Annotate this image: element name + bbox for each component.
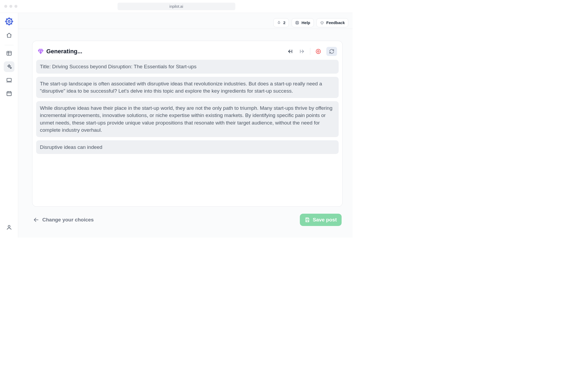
content-block[interactable]: While disruptive ideas have their place … bbox=[36, 101, 339, 137]
url-bar[interactable]: inpilot.ai bbox=[118, 3, 235, 10]
svg-line-24 bbox=[296, 23, 297, 24]
stop-button[interactable] bbox=[315, 48, 322, 55]
next-button[interactable] bbox=[298, 48, 306, 55]
sidebar-item-account[interactable] bbox=[4, 222, 14, 233]
card-header: Generating... bbox=[36, 46, 339, 60]
header-divider bbox=[310, 48, 310, 55]
svg-line-23 bbox=[298, 23, 298, 24]
generation-status: Generating... bbox=[38, 48, 82, 55]
arrow-right-from-line-icon bbox=[299, 48, 305, 54]
header-actions bbox=[286, 47, 337, 56]
feedback-button[interactable]: Feedback bbox=[316, 18, 348, 27]
svg-line-25 bbox=[298, 21, 298, 22]
sparkles-icon bbox=[6, 64, 12, 70]
block-text: Title: Driving Success beyond Disruption… bbox=[40, 64, 196, 69]
traffic-minimize[interactable] bbox=[9, 5, 12, 8]
url-text: inpilot.ai bbox=[169, 4, 183, 9]
status-text: Generating... bbox=[46, 48, 82, 55]
calendar-icon bbox=[6, 91, 12, 96]
content-block[interactable]: Disruptive ideas can indeed bbox=[36, 140, 339, 154]
feedback-label: Feedback bbox=[326, 20, 345, 25]
browser-bar: inpilot.ai bbox=[0, 0, 353, 13]
sidebar-divider bbox=[5, 45, 14, 45]
streak-count: 2 bbox=[283, 20, 285, 25]
sidebar bbox=[0, 13, 18, 238]
block-text: While disruptive ideas have their place … bbox=[40, 105, 332, 133]
save-icon bbox=[305, 217, 310, 223]
content-block[interactable]: Title: Driving Success beyond Disruption… bbox=[36, 60, 339, 74]
save-post-label: Save post bbox=[313, 217, 337, 223]
ship-wheel-icon bbox=[5, 17, 14, 26]
sidebar-item-generate[interactable] bbox=[4, 61, 14, 72]
block-text: The start-up landscape is often associat… bbox=[40, 81, 322, 94]
block-text: Disruptive ideas can indeed bbox=[40, 144, 102, 150]
generation-card: Generating... bbox=[32, 41, 343, 207]
app-logo[interactable] bbox=[4, 17, 14, 26]
svg-point-26 bbox=[316, 49, 321, 54]
traffic-zoom[interactable] bbox=[14, 5, 17, 8]
help-button[interactable]: Help bbox=[292, 18, 314, 27]
footer-row: Change your choices Save post bbox=[32, 207, 343, 226]
content-wrap: Generating... bbox=[18, 29, 353, 238]
regenerate-button[interactable] bbox=[326, 47, 337, 56]
home-icon bbox=[6, 32, 12, 38]
svg-point-1 bbox=[8, 20, 10, 22]
app-shell: 2 Help Feedback bbox=[0, 13, 353, 238]
prev-button[interactable] bbox=[286, 48, 294, 55]
sidebar-item-home[interactable] bbox=[4, 30, 14, 41]
content-block[interactable]: The start-up landscape is often associat… bbox=[36, 77, 339, 98]
svg-point-19 bbox=[8, 225, 10, 227]
svg-rect-27 bbox=[318, 51, 319, 52]
streak-pill[interactable]: 2 bbox=[273, 18, 289, 27]
heart-hands-icon bbox=[320, 21, 324, 25]
svg-line-22 bbox=[296, 21, 297, 22]
sidebar-item-table[interactable] bbox=[4, 48, 14, 59]
change-choices-button[interactable]: Change your choices bbox=[33, 217, 94, 223]
stop-circle-icon bbox=[315, 48, 321, 54]
help-label: Help bbox=[301, 20, 310, 25]
svg-rect-15 bbox=[7, 92, 11, 96]
sidebar-item-monitor[interactable] bbox=[4, 75, 14, 85]
traffic-close[interactable] bbox=[4, 5, 7, 8]
topbar: 2 Help Feedback bbox=[18, 13, 353, 29]
main-area: 2 Help Feedback bbox=[18, 13, 353, 238]
sidebar-item-calendar[interactable] bbox=[4, 88, 14, 99]
traffic-lights bbox=[4, 5, 17, 8]
save-post-button[interactable]: Save post bbox=[300, 214, 342, 226]
lifebuoy-icon bbox=[295, 21, 299, 25]
flame-icon bbox=[277, 21, 281, 25]
svg-rect-13 bbox=[7, 78, 11, 81]
monitor-icon bbox=[6, 77, 12, 83]
table-icon bbox=[6, 50, 12, 56]
arrow-left-to-line-icon bbox=[287, 48, 293, 54]
svg-rect-10 bbox=[7, 51, 11, 55]
refresh-icon bbox=[329, 49, 334, 54]
diamond-icon bbox=[38, 48, 44, 54]
change-choices-label: Change your choices bbox=[42, 217, 94, 223]
arrow-left-icon bbox=[33, 217, 39, 223]
user-icon bbox=[6, 224, 12, 230]
